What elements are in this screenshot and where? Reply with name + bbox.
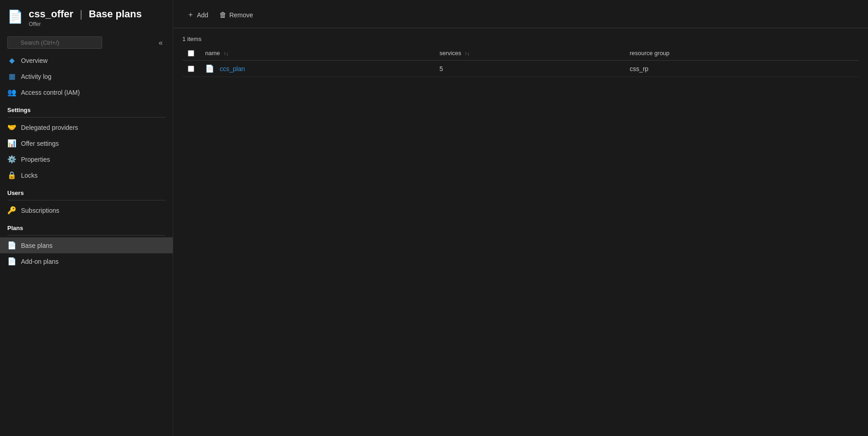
items-count: 1 items	[182, 36, 859, 42]
resource-name: css_offer	[29, 8, 73, 20]
sidebar-item-label: Offer settings	[21, 140, 59, 147]
name-sort-icon: ↑↓	[223, 51, 228, 56]
page-title: Base plans	[89, 8, 142, 20]
properties-icon: ⚙️	[7, 155, 16, 164]
select-all-col	[182, 46, 200, 61]
row-checkbox[interactable]	[188, 66, 194, 72]
sidebar-item-subscriptions[interactable]: 🔑 Subscriptions	[0, 202, 173, 218]
search-row: 🔍 «	[0, 34, 173, 52]
column-rg-label: resource group	[630, 50, 669, 56]
plans-divider	[7, 235, 165, 236]
table-container: 1 items name ↑↓ services ↑↓	[173, 28, 868, 436]
collapse-sidebar-button[interactable]: «	[156, 37, 165, 49]
sidebar-item-overview[interactable]: ◆ Overview	[0, 52, 173, 68]
main-content: ＋ Add 🗑 Remove 1 items name ↑↓	[173, 0, 868, 436]
sidebar-item-label: Locks	[21, 172, 38, 179]
plan-icon: 📄	[205, 64, 214, 73]
add-label: Add	[197, 11, 208, 19]
sidebar-item-locks[interactable]: 🔒 Locks	[0, 167, 173, 183]
add-button[interactable]: ＋ Add	[182, 7, 213, 22]
resource-type: Offer	[29, 21, 142, 27]
base-plans-icon: 📄	[7, 241, 16, 250]
plan-name-container: 📄 ccs_plan	[205, 64, 429, 73]
locks-icon: 🔒	[7, 171, 16, 180]
sidebar-item-delegated-providers[interactable]: 🤝 Delegated providers	[0, 119, 173, 135]
remove-button[interactable]: 🗑 Remove	[215, 8, 258, 22]
access-control-icon: 👥	[7, 88, 16, 97]
services-sort-icon: ↑↓	[465, 51, 470, 56]
column-name[interactable]: name ↑↓	[200, 46, 434, 61]
subscriptions-icon: 🔑	[7, 206, 16, 215]
overview-icon: ◆	[7, 56, 16, 65]
remove-icon: 🗑	[219, 11, 227, 19]
search-wrapper: 🔍	[7, 36, 152, 49]
sidebar-item-base-plans[interactable]: 📄 Base plans	[0, 237, 173, 253]
sidebar-item-label: Base plans	[21, 242, 52, 249]
resource-title: css_offer | Base plans	[29, 8, 142, 20]
plans-section-header: Plans	[0, 218, 173, 233]
title-separator: |	[80, 8, 83, 20]
row-resource-group-cell: css_rp	[624, 61, 859, 77]
addon-plans-icon: 📄	[7, 257, 16, 266]
remove-label: Remove	[229, 11, 253, 19]
table-header-row: name ↑↓ services ↑↓ resource group	[182, 46, 859, 61]
column-name-label: name	[205, 50, 220, 56]
sidebar-item-activity-log[interactable]: ▦ Activity log	[0, 68, 173, 84]
sidebar-item-label: Overview	[21, 57, 47, 64]
sidebar-item-label: Activity log	[21, 73, 52, 80]
users-divider	[7, 200, 165, 200]
data-table: name ↑↓ services ↑↓ resource group	[182, 46, 859, 77]
row-services-cell: 5	[434, 61, 624, 77]
column-resource-group[interactable]: resource group	[624, 46, 859, 61]
users-section-header: Users	[0, 183, 173, 198]
row-checkbox-cell	[182, 61, 200, 77]
sidebar-header-text: css_offer | Base plans Offer	[29, 8, 142, 27]
search-input[interactable]	[7, 36, 102, 49]
table-row: 📄 ccs_plan 5 css_rp	[182, 61, 859, 77]
resource-icon: 📄	[7, 9, 23, 24]
row-name-cell: 📄 ccs_plan	[200, 61, 434, 77]
settings-divider	[7, 117, 165, 118]
sidebar-header: 📄 css_offer | Base plans Offer	[0, 0, 173, 34]
sidebar-item-label: Add-on plans	[21, 258, 59, 265]
sidebar-item-offer-settings[interactable]: 📊 Offer settings	[0, 135, 173, 151]
sidebar-item-label: Access control (IAM)	[21, 89, 80, 96]
column-services-label: services	[439, 50, 461, 56]
sidebar-item-label: Subscriptions	[21, 207, 59, 214]
offer-settings-icon: 📊	[7, 139, 16, 148]
sidebar-nav: ◆ Overview ▦ Activity log 👥 Access contr…	[0, 52, 173, 269]
sidebar-item-label: Delegated providers	[21, 124, 78, 131]
add-icon: ＋	[187, 10, 194, 20]
select-all-checkbox[interactable]	[188, 50, 194, 56]
settings-section-header: Settings	[0, 100, 173, 115]
column-services[interactable]: services ↑↓	[434, 46, 624, 61]
sidebar-item-access-control[interactable]: 👥 Access control (IAM)	[0, 84, 173, 100]
sidebar-item-properties[interactable]: ⚙️ Properties	[0, 151, 173, 167]
activity-log-icon: ▦	[7, 72, 16, 81]
sidebar: 📄 css_offer | Base plans Offer 🔍 « ◆ Ove…	[0, 0, 173, 436]
plan-name-link[interactable]: ccs_plan	[220, 65, 245, 72]
toolbar: ＋ Add 🗑 Remove	[173, 0, 868, 28]
sidebar-item-label: Properties	[21, 156, 50, 163]
delegated-providers-icon: 🤝	[7, 123, 16, 132]
sidebar-item-addon-plans[interactable]: 📄 Add-on plans	[0, 253, 173, 269]
